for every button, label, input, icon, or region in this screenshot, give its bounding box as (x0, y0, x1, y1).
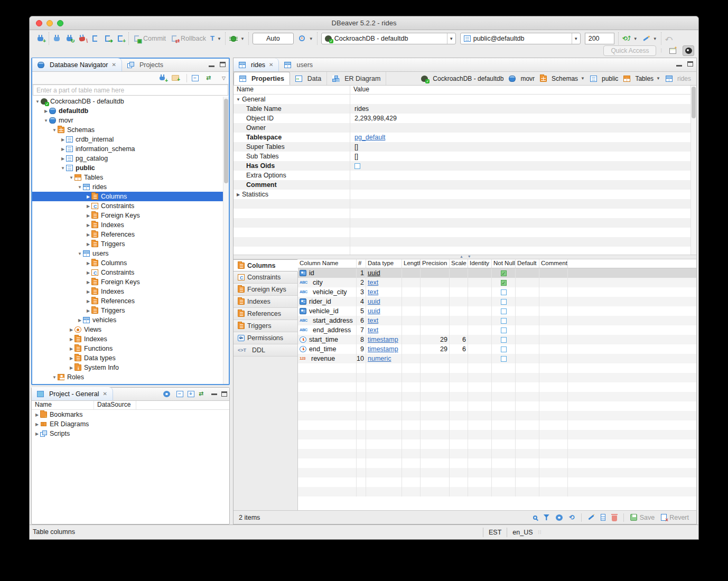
table-row-id[interactable]: id1uuid (298, 268, 696, 278)
grid-col-default[interactable]: Default (516, 259, 539, 268)
schema-combo[interactable]: public@defaultdb ▼ (460, 33, 581, 44)
splitter[interactable]: ▲ ▼ (234, 255, 696, 259)
detail-tab-references[interactable]: References (234, 308, 297, 320)
minimize-view-button[interactable] (209, 65, 214, 67)
disconnect-icon[interactable]: \ (78, 34, 87, 43)
data-type-link[interactable]: text (368, 279, 378, 286)
tab-database-navigator[interactable]: Database Navigator ✕ (32, 58, 122, 71)
transaction-log-button[interactable]: ▼ (298, 34, 313, 43)
chevron-right-icon[interactable]: ▶ (85, 289, 91, 294)
property-row-comment[interactable]: Comment (234, 180, 696, 190)
chevron-down-icon[interactable]: ▼ (656, 76, 660, 81)
breadcrumb-item-cockroachdb-defaultdb[interactable]: CockroachDB - defaultdb (421, 75, 503, 82)
chevron-right-icon[interactable]: ▶ (77, 318, 83, 323)
detail-tab-columns[interactable]: Columns (234, 259, 298, 271)
tree-item-users[interactable]: ▼users (32, 249, 229, 258)
breadcrumb-item-tables[interactable]: Tables▼ (623, 75, 660, 82)
view-menu-icon[interactable]: ▽ (222, 76, 226, 81)
grid-col-comment[interactable]: Comment (539, 259, 568, 268)
chevron-right-icon[interactable]: ▶ (68, 356, 74, 361)
table-row-end_address[interactable]: end_address7text (298, 325, 696, 335)
tree-item-indexes[interactable]: ▶Indexes (32, 287, 229, 296)
new-sql-editor-icon[interactable]: + (116, 34, 125, 43)
status-grip[interactable]: ⁞⁞ (538, 530, 542, 535)
checkbox[interactable] (501, 289, 507, 295)
chevron-down-icon[interactable]: ▼ (51, 375, 58, 380)
tree-item-foreign-keys[interactable]: ▶Foreign Keys (32, 211, 229, 220)
chevron-down-icon[interactable]: ▼ (581, 76, 585, 81)
chevron-right-icon[interactable]: ▶ (85, 308, 91, 313)
detail-tab-permissions[interactable]: Permissions (234, 332, 297, 344)
grid-col--[interactable]: # (357, 259, 366, 268)
debug-button[interactable]: ▼ (229, 34, 245, 43)
project-item-scripts[interactable]: ▶Scripts (32, 429, 229, 438)
data-type-link[interactable]: numeric (368, 355, 391, 362)
navigator-scrollbar[interactable] (223, 97, 229, 384)
table-row-start_time[interactable]: start_time8timestamp296 (298, 335, 696, 344)
back-button[interactable]: ⤺ (665, 34, 673, 43)
commit-button[interactable]: ▣Commit (133, 34, 166, 43)
chevron-down-icon[interactable]: ▼ (77, 251, 83, 256)
chevron-right-icon[interactable]: ▶ (60, 137, 66, 142)
close-icon[interactable]: ✕ (102, 391, 107, 397)
subtab-data[interactable]: Data (290, 72, 327, 85)
checkbox[interactable] (501, 280, 507, 286)
chevron-right-icon[interactable]: ▶ (85, 280, 91, 285)
table-row-city[interactable]: city2text (298, 278, 696, 287)
property-row-owner[interactable]: Owner (234, 123, 696, 133)
chevron-down-icon[interactable]: ▼ (60, 166, 66, 171)
table-row-vehicle_city[interactable]: vehicle_city3text (298, 287, 696, 297)
delete-icon[interactable] (612, 516, 617, 521)
chevron-down-icon[interactable]: ▼ (34, 99, 41, 104)
grid-col-identity[interactable]: Identity (468, 259, 492, 268)
detail-tab-indexes[interactable]: Indexes (234, 296, 297, 308)
breadcrumb-item-public[interactable]: public (590, 75, 618, 82)
chevron-down-icon[interactable]: ▼ (43, 118, 49, 123)
project-item-er-diagrams[interactable]: ▶ER Diagrams (32, 419, 229, 429)
collapse-all-icon[interactable] (176, 391, 183, 397)
property-row-sub-tables[interactable]: Sub Tables[] (234, 152, 696, 161)
chevron-right-icon[interactable]: ▶ (68, 366, 74, 370)
checkbox[interactable] (354, 163, 360, 169)
tree-item-data-types[interactable]: ▶Data types (32, 353, 229, 363)
checkbox[interactable] (501, 337, 507, 343)
grid-col-data-type[interactable]: Data type (366, 259, 402, 268)
minimize-view-button[interactable] (211, 393, 217, 395)
grid-col-column-name[interactable]: Column Name (298, 259, 357, 268)
table-row-rider_id[interactable]: rider_id4uuid (298, 297, 696, 306)
chevron-right-icon[interactable]: ▶ (85, 261, 91, 266)
editor-tab-users[interactable]: users (279, 58, 318, 71)
gear-icon[interactable] (556, 514, 563, 521)
project-item-bookmarks[interactable]: ▶Bookmarks (32, 410, 229, 419)
tab-project-general[interactable]: Project - General ✕ (32, 387, 113, 400)
schema-combo-arrow[interactable]: ▼ (572, 33, 580, 44)
grid-col-precision[interactable]: Precision (421, 259, 450, 268)
sync-connection-button[interactable]: ⟲⤴▼ (622, 34, 638, 43)
tree-item-movr[interactable]: ▼movr (32, 116, 229, 125)
connect-icon[interactable] (53, 34, 61, 43)
close-icon[interactable]: ✕ (111, 62, 116, 68)
filter-icon[interactable] (544, 514, 549, 520)
new-connection-icon[interactable]: + (36, 34, 45, 43)
tree-item-cockroachdb-defaultdb[interactable]: ▼CockroachDB - defaultdb (32, 97, 229, 106)
transaction-mode-button[interactable]: T▼ (210, 34, 221, 43)
tree-item-triggers[interactable]: ▶Triggers (32, 239, 229, 249)
grid-col-length[interactable]: Length (402, 259, 421, 268)
chevron-right-icon[interactable]: ▶ (85, 194, 91, 199)
maximize-view-button[interactable] (221, 391, 227, 397)
chevron-right-icon[interactable]: ▶ (85, 270, 91, 275)
sql-editor-icon[interactable] (91, 34, 99, 43)
connection-combo-arrow[interactable]: ▼ (447, 33, 455, 44)
reconnect-icon[interactable]: ↻ (66, 34, 74, 43)
chevron-right-icon[interactable]: ▶ (85, 223, 91, 228)
refresh-icon[interactable]: ⟲ (569, 514, 575, 521)
tree-item-schemas[interactable]: ▼Schemas (32, 125, 229, 135)
chevron-right-icon[interactable]: ▶ (85, 299, 91, 304)
detail-tab-foreign-keys[interactable]: Foreign Keys (234, 284, 297, 296)
gear-icon[interactable] (163, 391, 170, 397)
table-row-vehicle_id[interactable]: vehicle_id5uuid (298, 306, 696, 316)
tree-item-constraints[interactable]: ▶Constraints (32, 268, 229, 277)
data-type-link[interactable]: text (368, 288, 378, 296)
subtab-properties[interactable]: Properties (234, 72, 290, 85)
quick-access-input[interactable]: Quick Access (603, 45, 656, 56)
